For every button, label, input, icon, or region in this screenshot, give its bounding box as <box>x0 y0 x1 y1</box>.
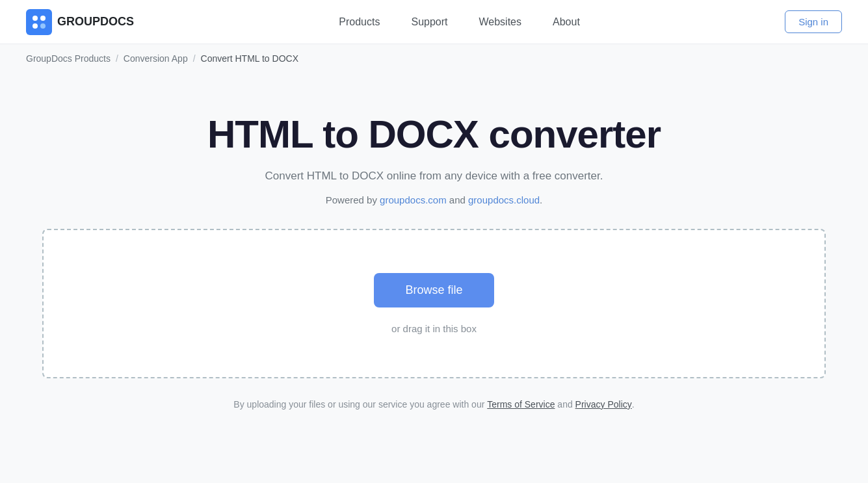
svg-rect-0 <box>26 9 52 35</box>
logo[interactable]: GROUPDOCS <box>26 9 134 35</box>
page-subtitle: Convert HTML to DOCX online from any dev… <box>265 170 603 183</box>
powered-by-and: and <box>447 194 468 205</box>
svg-point-3 <box>33 23 38 29</box>
file-drop-zone[interactable]: Browse file or drag it in this box <box>42 229 826 378</box>
main-content: HTML to DOCX converter Convert HTML to D… <box>0 73 868 436</box>
browse-file-button[interactable]: Browse file <box>374 273 493 307</box>
footer-note: By uploading your files or using our ser… <box>233 399 634 410</box>
drag-hint-text: or drag it in this box <box>391 323 477 334</box>
breadcrumb-item-2[interactable]: Conversion App <box>124 53 188 64</box>
svg-point-1 <box>33 16 38 21</box>
powered-by: Powered by groupdocs.com and groupdocs.c… <box>326 194 543 205</box>
signin-button[interactable]: Sign in <box>785 10 842 33</box>
nav-support[interactable]: Support <box>411 16 447 28</box>
breadcrumb-item-3: Convert HTML to DOCX <box>201 53 298 64</box>
header: GROUPDOCS Products Support Websites Abou… <box>0 0 868 44</box>
breadcrumb-sep-1: / <box>116 53 118 64</box>
footer-note-and: and <box>555 399 575 410</box>
footer-note-prefix: By uploading your files or using our ser… <box>233 399 487 410</box>
nav-about[interactable]: About <box>553 16 580 28</box>
breadcrumb-item-1[interactable]: GroupDocs Products <box>26 53 111 64</box>
svg-point-2 <box>40 16 46 21</box>
logo-text: GROUPDOCS <box>57 15 134 29</box>
privacy-policy-link[interactable]: Privacy Policy <box>575 399 632 410</box>
nav-products[interactable]: Products <box>339 16 380 28</box>
footer-note-suffix: . <box>632 399 635 410</box>
breadcrumb: GroupDocs Products / Conversion App / Co… <box>0 44 868 73</box>
powered-by-prefix: Powered by <box>326 194 380 205</box>
groupdocs-cloud-link[interactable]: groupdocs.cloud <box>468 194 540 205</box>
groupdocs-logo-icon <box>26 9 52 35</box>
powered-by-suffix: . <box>540 194 542 205</box>
page-title: HTML to DOCX converter <box>207 112 661 157</box>
nav-websites[interactable]: Websites <box>479 16 522 28</box>
svg-point-4 <box>40 23 46 29</box>
breadcrumb-sep-2: / <box>193 53 196 64</box>
terms-of-service-link[interactable]: Terms of Service <box>487 399 555 410</box>
groupdocs-com-link[interactable]: groupdocs.com <box>380 194 447 205</box>
main-nav: Products Support Websites About <box>339 16 580 28</box>
